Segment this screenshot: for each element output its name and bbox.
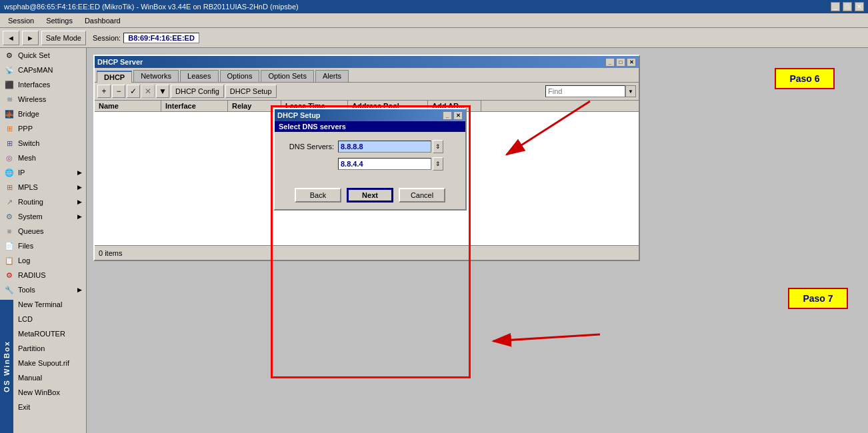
- window-maximize-button[interactable]: □: [616, 58, 625, 67]
- back-button[interactable]: ◄: [3, 31, 19, 45]
- files-icon: 📄: [4, 240, 15, 251]
- tabs-row: DHCP Networks Leases Options Option Sets…: [95, 68, 639, 83]
- toolbar: ◄ ► Safe Mode Session: B8:69:F4:16:EE:ED: [0, 28, 868, 48]
- sidebar-item-queues[interactable]: ≡ Queues: [0, 224, 86, 238]
- radius-icon: ⚙: [4, 270, 15, 280]
- dhcp-config-button[interactable]: DHCP Config: [171, 85, 224, 98]
- disable-button[interactable]: ✕: [141, 85, 155, 98]
- sidebar-item-tools[interactable]: 🔧 Tools ▶: [0, 282, 86, 297]
- sidebar-item-quick-set[interactable]: ⚙ Quick Set: [0, 48, 86, 63]
- main-layout: ⚙ Quick Set 📡 CAPsMAN ⬛ Interfaces ≋ Wir…: [0, 48, 868, 433]
- menu-session[interactable]: Session: [3, 15, 39, 26]
- dialog-body: DNS Servers: ⇕ ⇕: [275, 132, 465, 183]
- capsman-icon: 📡: [4, 65, 15, 75]
- find-dropdown-button[interactable]: ▼: [625, 85, 636, 97]
- dns-server-1-input[interactable]: [338, 141, 431, 153]
- safe-mode-button[interactable]: Safe Mode: [41, 31, 86, 45]
- ip-icon: 🌐: [4, 167, 15, 178]
- bridge-icon: 🌉: [4, 109, 15, 119]
- dns-input-group-1: ⇕: [338, 140, 443, 153]
- sidebar-item-ppp[interactable]: ⊞ PPP: [0, 121, 86, 136]
- forward-button[interactable]: ►: [22, 31, 39, 45]
- sidebar-item-interfaces[interactable]: ⬛ Interfaces: [0, 77, 86, 92]
- sidebar-item-wireless[interactable]: ≋ Wireless: [0, 92, 86, 107]
- dialog-buttons: Back Next Cancel: [275, 183, 465, 209]
- menu-settings[interactable]: Settings: [41, 15, 78, 26]
- safe-mode-label: Safe Mode: [46, 34, 81, 42]
- sidebar-label-ip: IP: [18, 169, 25, 177]
- tab-options[interactable]: Options: [220, 70, 260, 82]
- session-value: B8:69:F4:16:EE:ED: [123, 33, 199, 43]
- tab-leases[interactable]: Leases: [180, 70, 218, 82]
- sidebar-label-make-supout: Make Supout.rif: [18, 359, 69, 367]
- dns-server-2-input[interactable]: [338, 158, 431, 170]
- dialog-title-controls: _ ✕: [443, 111, 463, 120]
- add-button[interactable]: +: [97, 85, 111, 98]
- paso6-annotation: Paso 6: [775, 68, 835, 89]
- sidebar-item-capsman[interactable]: 📡 CAPsMAN: [0, 63, 86, 77]
- tools-arrow: ▶: [77, 286, 82, 293]
- enable-button[interactable]: ✓: [127, 85, 140, 98]
- window-close-button[interactable]: ✕: [627, 58, 636, 67]
- paso7-text: Paso 7: [803, 293, 833, 304]
- sidebar-label-ppp: PPP: [18, 125, 33, 133]
- sidebar-label-log: Log: [18, 256, 30, 264]
- sidebar-item-mesh[interactable]: ◎ Mesh: [0, 151, 86, 165]
- sidebar-label-routing: Routing: [18, 198, 43, 206]
- queues-icon: ≡: [4, 226, 15, 236]
- dns-1-spin-button[interactable]: ⇕: [433, 140, 443, 153]
- cancel-dialog-button[interactable]: Cancel: [399, 188, 445, 203]
- ip-arrow: ▶: [77, 169, 82, 176]
- sidebar-label-partition: Partition: [18, 344, 45, 352]
- dialog-subtitle: Select DNS servers: [275, 121, 465, 132]
- title-bar-controls: _ □ ✕: [831, 2, 864, 11]
- remove-button[interactable]: −: [112, 85, 125, 98]
- minimize-button[interactable]: _: [831, 2, 840, 11]
- tab-dhcp[interactable]: DHCP: [97, 71, 132, 83]
- filter-button[interactable]: ▼: [156, 85, 169, 98]
- next-dialog-button[interactable]: Next: [347, 188, 393, 203]
- sidebar-item-files[interactable]: 📄 Files: [0, 238, 86, 253]
- sidebar-label-mesh: Mesh: [18, 154, 36, 162]
- dns-label: DNS Servers:: [281, 143, 338, 151]
- wireless-icon: ≋: [4, 94, 15, 105]
- window-toolbar: + − ✓ ✕ ▼ DHCP Config DHCP Setup ▼: [95, 83, 639, 101]
- log-icon: 📋: [4, 255, 15, 266]
- sidebar-item-system[interactable]: ⚙ System ▶: [0, 209, 86, 224]
- close-button[interactable]: ✕: [855, 2, 864, 11]
- maximize-button[interactable]: □: [843, 2, 852, 11]
- sidebar-label-interfaces: Interfaces: [18, 81, 50, 89]
- sidebar-item-ip[interactable]: 🌐 IP ▶: [0, 165, 86, 180]
- find-area: ▼: [545, 85, 636, 97]
- tab-alerts[interactable]: Alerts: [315, 70, 349, 82]
- menu-dashboard[interactable]: Dashboard: [79, 15, 126, 26]
- back-icon: ◄: [7, 34, 15, 42]
- paso6-text: Paso 6: [789, 73, 819, 84]
- dhcp-setup-button[interactable]: DHCP Setup: [225, 85, 277, 98]
- sidebar-item-switch[interactable]: ⊞ Switch: [0, 136, 86, 151]
- tab-networks[interactable]: Networks: [133, 70, 179, 82]
- os-winbox-label: OS WinBox: [0, 300, 13, 433]
- sidebar-item-mpls[interactable]: ⊞ MPLS ▶: [0, 180, 86, 195]
- sidebar-item-radius[interactable]: ⚙ RADIUS: [0, 268, 86, 282]
- routing-icon: ↗: [4, 197, 15, 207]
- dialog-minimize-button[interactable]: _: [443, 111, 452, 120]
- sidebar-label-new-terminal: New Terminal: [18, 300, 62, 308]
- back-dialog-button[interactable]: Back: [295, 188, 341, 203]
- dns-2-spin-button[interactable]: ⇕: [433, 157, 443, 171]
- col-interface: Interface: [161, 101, 228, 111]
- sidebar-item-bridge[interactable]: 🌉 Bridge: [0, 107, 86, 121]
- sidebar-label-queues: Queues: [18, 227, 44, 235]
- find-input[interactable]: [545, 85, 625, 97]
- window-minimize-button[interactable]: _: [605, 58, 615, 67]
- sidebar-item-routing[interactable]: ↗ Routing ▶: [0, 195, 86, 209]
- os-winbox-text: OS WinBox: [3, 340, 11, 392]
- tab-option-sets[interactable]: Option Sets: [261, 70, 313, 82]
- content-area: DHCP Server _ □ ✕ DHCP Networks Leases O…: [87, 48, 868, 433]
- sidebar-label-new-winbox: New WinBox: [18, 388, 60, 396]
- sidebar-item-log[interactable]: 📋 Log: [0, 253, 86, 268]
- items-count: 0 items: [99, 249, 122, 257]
- routing-arrow: ▶: [77, 199, 82, 205]
- dialog-close-button[interactable]: ✕: [453, 111, 463, 120]
- title-text: wsphab@86:65:F4:16:EE:ED (MikroTik) - Wi…: [4, 3, 299, 11]
